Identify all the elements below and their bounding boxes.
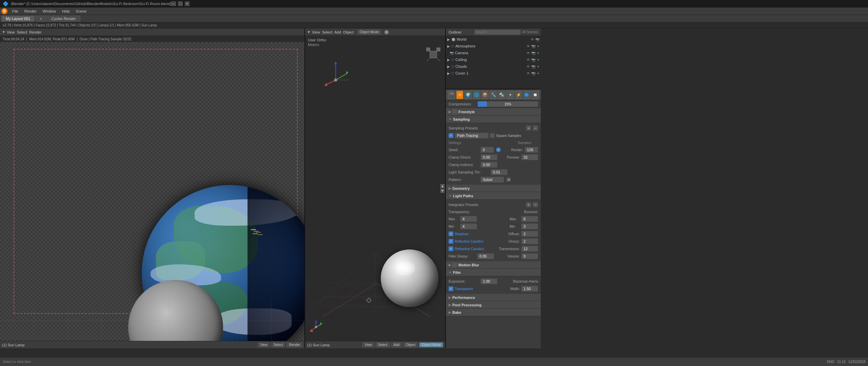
compression-slider[interactable]: 15% (478, 101, 538, 107)
atmosphere-label: Atmosphere (455, 44, 475, 48)
freestyle-checkbox[interactable] (452, 109, 457, 114)
trans-max-value[interactable]: 4 (460, 216, 477, 222)
pattern-settings[interactable]: ⚙ (506, 177, 511, 182)
physics-icon[interactable]: ⚡ (515, 91, 522, 99)
sampling-section[interactable]: ▼ Sampling (446, 116, 541, 123)
render-add-menu[interactable]: Select (17, 30, 27, 34)
viewport-unit: Meters (308, 43, 319, 47)
square-samples-checkbox[interactable] (490, 133, 495, 138)
transparent-checkbox[interactable]: ✓ (449, 286, 453, 291)
reflective-label: Reflective Caustics (455, 240, 484, 243)
light-sampling-value[interactable]: 0.01 (491, 169, 508, 175)
integrator-presets-remove[interactable]: − (533, 202, 538, 207)
scene-icon[interactable]: 🌍 (465, 91, 472, 99)
3d-object-menu[interactable]: Object (343, 30, 354, 34)
light-paths-section[interactable]: ▼ Light Paths (446, 192, 541, 200)
render-icon[interactable]: 🎬 (448, 91, 455, 99)
world-icon[interactable]: 🌐 (473, 91, 480, 99)
maximize-button[interactable]: □ (178, 1, 183, 6)
3d-add-btn[interactable]: Add (391, 342, 402, 347)
motion-blur-checkbox[interactable] (452, 263, 457, 267)
outliner: Outliner All Scenes ▶ 🔘 World 👁 📷 ▶ ▽ At… (446, 28, 541, 89)
bounce-min-value[interactable]: 3 (521, 223, 538, 229)
3d-view-btn[interactable]: View (362, 342, 374, 347)
tab-add[interactable]: + (35, 16, 46, 22)
status-bar: Select or click item ENG 11:12 11/02/201… (0, 357, 868, 366)
3d-select-btn[interactable]: Select (376, 342, 390, 347)
integrator-presets-add[interactable]: + (526, 202, 531, 207)
taskbar-time: 11:12 (837, 360, 846, 364)
geometry-arrow: ▶ (449, 187, 451, 190)
render-select-btn[interactable]: Select (271, 342, 285, 347)
clamp-direct-value[interactable]: 0.00 (480, 154, 497, 160)
nav-down[interactable]: ▼ (440, 189, 445, 193)
sampling-presets-remove[interactable]: − (533, 125, 538, 131)
3d-add-menu[interactable]: Add (334, 30, 341, 34)
preview-value[interactable]: 32 (521, 154, 538, 160)
render-settings-icon[interactable]: ⚙ (456, 91, 463, 99)
render-render-menu[interactable]: Render (29, 30, 41, 34)
3d-sun-lamp: (1) Sun Lamp (307, 343, 330, 347)
glossy-value[interactable]: 2 (521, 238, 538, 244)
modifier-icon[interactable]: 🔩 (498, 91, 505, 99)
minimize-button[interactable]: — (171, 1, 176, 6)
menu-help[interactable]: Help (59, 8, 73, 14)
clamp-indirect-value[interactable]: 0.00 (480, 162, 497, 168)
material-icon[interactable]: 🔷 (524, 91, 531, 99)
menu-file[interactable]: File (9, 8, 21, 14)
tab-cycles[interactable]: Cycles Render (47, 16, 80, 22)
constraints-icon[interactable]: 🔧 (490, 91, 497, 99)
object-mode-dropdown[interactable]: Object Mode (357, 29, 381, 35)
render-samples-value[interactable]: 128 (525, 147, 538, 153)
freestyle-section[interactable]: ▶ Freestyle (446, 108, 541, 116)
volume-value[interactable]: 0 (521, 253, 538, 259)
3d-view-dropdown[interactable]: ▾ (308, 30, 310, 34)
close-button[interactable]: ✕ (185, 1, 190, 6)
performance-section[interactable]: ▶ Performance (446, 294, 541, 301)
bounce-max-value[interactable]: 6 (521, 216, 538, 222)
render-select-menu[interactable]: View (7, 30, 15, 34)
bake-section[interactable]: ▶ Bake (446, 309, 541, 316)
outliner-search-input[interactable] (474, 29, 521, 35)
width-value[interactable]: 1.50 (521, 286, 538, 292)
shadows-checkbox[interactable]: ✓ (449, 231, 453, 236)
post-processing-section[interactable]: ▶ Post Processing (446, 301, 541, 309)
render-render-btn[interactable]: Render (287, 342, 302, 347)
particles-icon[interactable]: ✦ (507, 91, 514, 99)
menu-scene[interactable]: Scene (73, 8, 89, 14)
nav-up[interactable]: ▲ (440, 184, 445, 188)
refractive-checkbox[interactable]: ✓ (449, 246, 453, 251)
seed-value[interactable]: 0 (480, 147, 494, 153)
path-tracing-checkbox[interactable]: ✓ (449, 133, 453, 138)
3d-object-btn[interactable]: Object (403, 342, 418, 347)
render-view-btn[interactable]: View (258, 342, 270, 347)
seed-random-btn[interactable]: ↻ (496, 147, 501, 152)
3d-viewport-header: ▾ View Select Add Object Object Mode (305, 28, 445, 36)
reflective-checkbox[interactable]: ✓ (449, 239, 453, 244)
3d-select-menu[interactable]: Select (322, 30, 333, 34)
diffuse-value[interactable]: 2 (521, 231, 538, 237)
film-section[interactable]: ▼ Film (446, 269, 541, 276)
window-controls[interactable]: — □ ✕ (171, 1, 190, 6)
reflective-row: ✓ Reflective Caustics Glossy: 2 (446, 238, 541, 245)
path-tracing-dropdown[interactable]: Path Tracing (455, 133, 489, 139)
svg-line-21 (339, 283, 363, 304)
geometry-section[interactable]: ▶ Geometry (446, 185, 541, 192)
transmission-value[interactable]: 12 (521, 246, 538, 252)
properties-panel: 🎬 ⚙ 🌍 🌐 📦 🔧 🔩 ✦ ⚡ 🔷 🔲 Compression: 15% (446, 89, 541, 348)
sampling-presets-add[interactable]: + (526, 125, 531, 131)
menu-render[interactable]: Render (22, 8, 39, 14)
pattern-value[interactable]: Sobol (480, 177, 504, 183)
trans-min-value[interactable]: 4 (460, 223, 477, 229)
3d-view-menu[interactable]: View (312, 30, 320, 34)
clamp-indirect-label: Clamp Indirect: (449, 163, 479, 167)
3d-object-mode-btn[interactable]: Object Mode (419, 342, 443, 347)
tab-my-layout[interactable]: My Layout 001 (1, 16, 35, 22)
filter-glossy-value[interactable]: 0.05 (477, 253, 494, 259)
exposure-value[interactable]: 1.00 (480, 278, 497, 284)
menu-window[interactable]: Window (40, 8, 59, 14)
motion-blur-section[interactable]: ▶ Motion Blur (446, 261, 541, 269)
texture-icon[interactable]: 🔲 (532, 91, 539, 99)
render-view-menu[interactable]: ▾ (3, 30, 5, 34)
object-icon[interactable]: 📦 (481, 91, 489, 99)
